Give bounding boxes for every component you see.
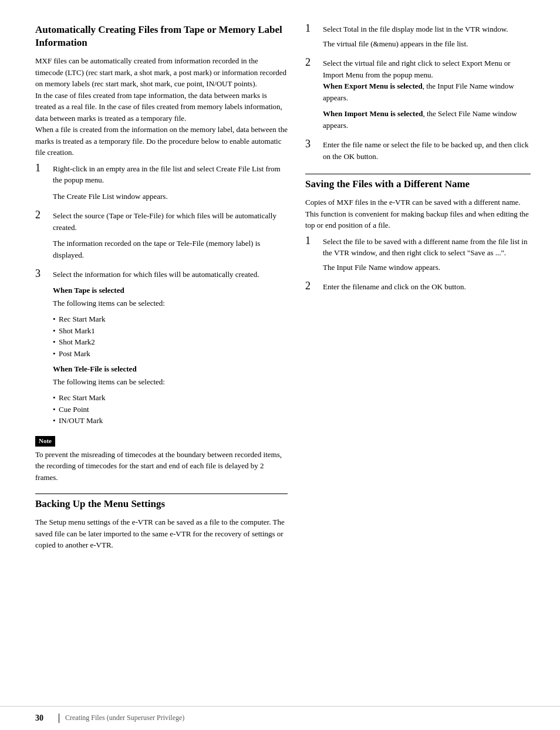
- right-section2-title: Saving the Files with a Different Name: [305, 178, 531, 191]
- left-step-1-number: 1: [35, 162, 47, 207]
- right-step-1-number: 1: [305, 22, 317, 54]
- save-step-1-text: Select the file to be saved with a diffe…: [323, 236, 531, 259]
- right-section2: Saving the Files with a Different Name C…: [305, 174, 531, 293]
- right-column: 1 Select Total in the file display mode …: [305, 23, 531, 694]
- right-step-1-text: Select Total in the file display mode li…: [323, 23, 531, 35]
- right-step-3: 3 Enter the file name or select the file…: [305, 139, 531, 162]
- right-step-2-number: 2: [305, 56, 317, 136]
- tape-bullets: Rec Start Mark Shot Mark1 Shot Mark2 Pos…: [53, 313, 288, 359]
- tape-bullet-1: Rec Start Mark: [53, 313, 288, 325]
- hr-divider-1: [35, 494, 288, 494]
- section-backup-body: The Setup menu settings of the e-VTR can…: [35, 516, 288, 551]
- section-backup-title: Backing Up the Menu Settings: [35, 498, 288, 511]
- left-step-2-content: Select the source (Tape or Tele-File) fo…: [53, 210, 288, 265]
- left-column: Automatically Creating Files from Tape o…: [35, 23, 288, 694]
- right-step-2-bold1: When Export Menu is selected, the Input …: [323, 80, 531, 103]
- content-area: Automatically Creating Files from Tape o…: [0, 0, 560, 706]
- left-step-2: 2 Select the source (Tape or Tele-File) …: [35, 210, 288, 265]
- page: Automatically Creating Files from Tape o…: [0, 0, 560, 730]
- save-step-2-number: 2: [305, 280, 317, 293]
- note-box: Note To prevent the misreading of timeco…: [35, 435, 288, 483]
- left-step-1-text: Right-click in an empty area in the file…: [53, 163, 288, 186]
- left-step-3-text: Select the information for which files w…: [53, 269, 288, 280]
- left-step-3-content: Select the information for which files w…: [53, 269, 288, 427]
- section-auto-creating-title: Automatically Creating Files from Tape o…: [35, 23, 288, 49]
- right-step-3-content: Enter the file name or select the file t…: [323, 139, 531, 162]
- right-step-1-result: The virtual file (&menu) appears in the …: [323, 38, 531, 50]
- left-step-2-result: The information recorded on the tape or …: [53, 238, 288, 261]
- right-step-2-content: Select the virtual file and right click …: [323, 58, 531, 136]
- save-step-2-content: Enter the filename and click on the OK b…: [323, 281, 531, 293]
- left-step-1-result: The Create File List window appears.: [53, 191, 288, 202]
- left-step-1-content: Right-click in an empty area in the file…: [53, 163, 288, 207]
- section-auto-creating: Automatically Creating Files from Tape o…: [35, 23, 288, 483]
- footer-section-text: Creating Files (under Superuser Privileg…: [65, 713, 184, 723]
- telefile-bullets: Rec Start Mark Cue Point IN/OUT Mark: [53, 392, 288, 427]
- telefile-intro: The following items can be selected:: [53, 376, 288, 388]
- left-step-3-number: 3: [35, 268, 47, 427]
- save-step-1-number: 1: [305, 235, 317, 278]
- section-auto-creating-body: MXF files can be automatically created f…: [35, 55, 288, 158]
- right-step-2-bold1-bold: When Export Menu is selected: [323, 82, 423, 90]
- left-step-1: 1 Right-click in an empty area in the fi…: [35, 163, 288, 207]
- tape-bullet-4: Post Mark: [53, 348, 288, 360]
- save-step-2: 2 Enter the filename and click on the OK…: [305, 281, 531, 293]
- telefile-bullet-1: Rec Start Mark: [53, 392, 288, 404]
- save-step-1-result: The Input File Name window appears.: [323, 262, 531, 273]
- right-step-2: 2 Select the virtual file and right clic…: [305, 58, 531, 136]
- save-step-2-text: Enter the filename and click on the OK b…: [323, 281, 531, 293]
- note-label: Note: [35, 436, 55, 447]
- right-step-3-number: 3: [305, 138, 317, 162]
- right-step-1-content: Select Total in the file display mode li…: [323, 23, 531, 54]
- footer: 30 Creating Files (under Superuser Privi…: [0, 706, 560, 730]
- left-step-2-text: Select the source (Tape or Tele-File) fo…: [53, 210, 288, 233]
- when-telefile-heading: When Tele-File is selected: [53, 364, 288, 375]
- footer-divider: [59, 714, 59, 723]
- right-step-2-bold2: When Import Menu is selected, the Select…: [323, 108, 531, 131]
- telefile-bullet-3: IN/OUT Mark: [53, 415, 288, 427]
- save-step-1: 1 Select the file to be saved with a dif…: [305, 236, 531, 278]
- right-step-1: 1 Select Total in the file display mode …: [305, 23, 531, 54]
- note-text: To prevent the misreading of timecodes a…: [35, 449, 288, 484]
- left-step-2-number: 2: [35, 209, 47, 265]
- footer-page-number: 30: [35, 712, 53, 724]
- tape-bullet-2: Shot Mark1: [53, 325, 288, 337]
- right-section2-body: Copies of MXF files in the e-VTR can be …: [305, 197, 531, 231]
- tape-bullet-3: Shot Mark2: [53, 336, 288, 348]
- telefile-bullet-2: Cue Point: [53, 404, 288, 415]
- right-step-3-text: Enter the file name or select the file t…: [323, 139, 531, 162]
- section-backup: Backing Up the Menu Settings The Setup m…: [35, 494, 288, 551]
- right-step-2-text: Select the virtual file and right click …: [323, 58, 531, 80]
- right-section1: 1 Select Total in the file display mode …: [305, 23, 531, 162]
- save-step-1-content: Select the file to be saved with a diffe…: [323, 236, 531, 278]
- tape-intro: The following items can be selected:: [53, 298, 288, 309]
- hr-divider-right: [305, 174, 531, 174]
- right-step-2-bold2-bold: When Import Menu is selected: [323, 109, 423, 118]
- left-step-3: 3 Select the information for which files…: [35, 269, 288, 427]
- when-tape-heading: When Tape is selected: [53, 285, 288, 296]
